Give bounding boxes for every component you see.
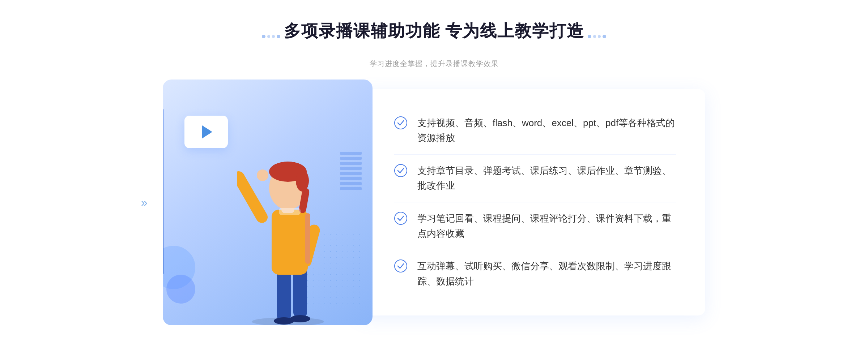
svg-point-19: [395, 260, 407, 272]
svg-point-17: [395, 164, 407, 177]
blue-bar-decoration: [163, 108, 163, 275]
left-arrows-decoration: »: [141, 196, 148, 209]
main-title: 多项录播课辅助功能 专为线上教学打造: [284, 20, 584, 42]
sub-title: 学习进度全掌握，提升录播课教学效果: [370, 59, 499, 69]
stripes-decoration: [340, 152, 362, 195]
svg-point-8: [257, 169, 268, 181]
features-card: 支持视频、音频、flash、word、excel、ppt、pdf等各种格式的资源…: [358, 89, 705, 316]
svg-rect-15: [279, 208, 301, 215]
svg-point-18: [395, 212, 407, 224]
feature-text-2: 支持章节目录、弹题考试、课后练习、课后作业、章节测验、批改作业: [417, 163, 676, 193]
header-section: 多项录播课辅助功能 专为线上教学打造: [284, 20, 584, 47]
check-icon-1: [394, 116, 407, 129]
play-bubble: [184, 116, 228, 148]
play-icon: [202, 125, 212, 138]
illustration-background: [163, 80, 373, 325]
feature-item-2: 支持章节目录、弹题考试、课后练习、课后作业、章节测验、批改作业: [394, 155, 676, 202]
check-icon-2: [394, 164, 407, 177]
feature-text-3: 学习笔记回看、课程提问、课程评论打分、课件资料下载，重点内容收藏: [417, 211, 676, 241]
svg-point-4: [290, 315, 310, 322]
feature-item-1: 支持视频、音频、flash、word、excel、ppt、pdf等各种格式的资源…: [394, 107, 676, 155]
person-illustration: [237, 137, 339, 325]
svg-rect-14: [305, 213, 310, 264]
decorative-circle-small: [166, 275, 195, 304]
illustration-wrapper: »: [163, 80, 373, 325]
content-area: »: [163, 80, 705, 325]
title-decoration: 多项录播课辅助功能 专为线上教学打造: [262, 20, 607, 53]
feature-item-4: 互动弹幕、试听购买、微信分享、观看次数限制、学习进度跟踪、数据统计: [394, 250, 676, 297]
feature-item-3: 学习笔记回看、课程提问、课程评论打分、课件资料下载，重点内容收藏: [394, 202, 676, 250]
check-icon-3: [394, 212, 407, 225]
page-container: 多项录播课辅助功能 专为线上教学打造 学习进度全掌握，提升录播课教学效果 »: [0, 5, 868, 347]
check-icon-4: [394, 259, 407, 272]
feature-text-4: 互动弹幕、试听购买、微信分享、观看次数限制、学习进度跟踪、数据统计: [417, 259, 676, 289]
svg-point-16: [395, 117, 407, 129]
feature-text-1: 支持视频、音频、flash、word、excel、ppt、pdf等各种格式的资源…: [417, 116, 676, 146]
